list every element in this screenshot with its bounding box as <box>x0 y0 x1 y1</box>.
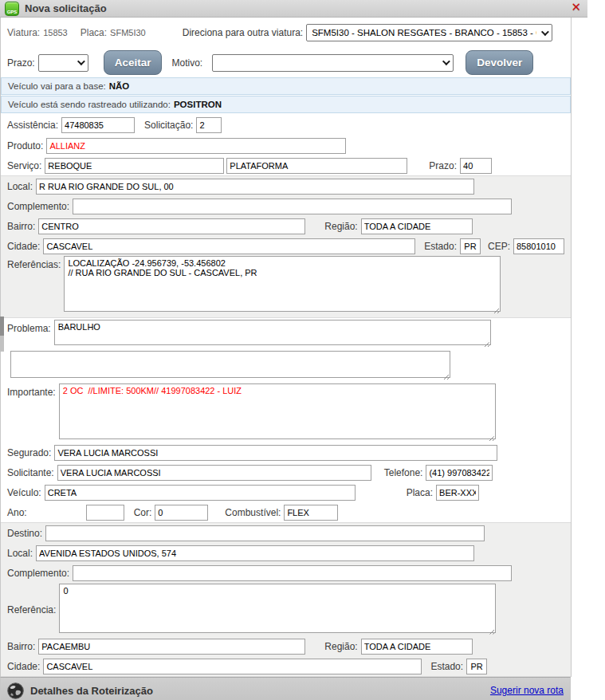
servico-input[interactable] <box>45 158 224 174</box>
destino-bairro-row: Bairro: Região: <box>1 636 571 656</box>
gps-icon: GPS <box>5 2 19 16</box>
base-status-value: NÃO <box>109 81 130 91</box>
viatura-label: Viatura: <box>7 27 40 38</box>
placa-label: Placa: <box>81 27 107 38</box>
dialog-body: Viatura: 15853 Placa: SFM5I30 Direciona … <box>0 18 587 677</box>
produto-row: Produto: <box>1 136 571 155</box>
ano-label: Ano: <box>7 507 27 518</box>
produto-input[interactable] <box>46 138 346 154</box>
aceitar-button[interactable]: Aceitar <box>104 50 163 75</box>
origem-section: Local: Complemento: Bairro: Região: Cida… <box>1 175 571 318</box>
origem-regiao-label: Região: <box>324 221 357 232</box>
prazo-input[interactable] <box>460 158 492 174</box>
origem-estado-input[interactable] <box>460 238 481 254</box>
chevron-down-icon <box>442 57 450 65</box>
servico-tipo-input[interactable] <box>226 158 407 174</box>
base-status-label: Veículo vai para a base: <box>8 81 106 91</box>
origem-complemento-input[interactable] <box>73 199 512 214</box>
origem-local-input[interactable] <box>36 179 474 195</box>
destino-cidade-label: Cidade: <box>7 661 40 672</box>
solicitante-input[interactable] <box>57 465 371 481</box>
direciona-viatura-select[interactable]: SFM5I30 - SHALON RESGATES - BRANCO - 158… <box>306 24 552 41</box>
destino-referencia-textarea[interactable]: 0 <box>59 584 496 633</box>
servico-row: Serviço: Prazo: <box>1 155 571 175</box>
telefone-input[interactable] <box>426 465 493 481</box>
origem-local-label: Local: <box>7 181 33 192</box>
assistencia-label: Assistência: <box>7 120 58 131</box>
origem-cidade-input[interactable] <box>43 238 415 254</box>
destino-cidade-row: Cidade: Estado: <box>1 656 571 676</box>
veiculo-placa-input[interactable] <box>436 485 479 501</box>
cor-label: Cor: <box>134 507 152 518</box>
origem-bairro-row: Bairro: Região: <box>1 216 571 236</box>
origem-cep-label: CEP: <box>488 241 510 252</box>
request-section: Assistência: Solicitação: Produto: Servi… <box>1 114 571 175</box>
importante-textarea[interactable]: 2 OC //LIMITE: 500KM// 41997083422 - LUI… <box>59 383 496 439</box>
destino-bairro-label: Bairro: <box>7 641 35 652</box>
origem-complemento-label: Complemento: <box>7 201 69 212</box>
origem-regiao-input[interactable] <box>361 218 473 234</box>
destino-cidade-input[interactable] <box>43 659 422 674</box>
motivo-label: Motivo: <box>171 57 202 69</box>
telefone-label: Telefone: <box>384 467 423 478</box>
origem-cep-input[interactable] <box>513 238 564 254</box>
ano-input[interactable] <box>86 505 124 521</box>
rastreio-status-label: Veículo está sendo rastreado utilizando: <box>8 100 171 109</box>
placa-value: SFM5I30 <box>110 28 146 37</box>
title-bar: GPS Nova solicitação ✕ <box>0 0 587 18</box>
destino-regiao-label: Região: <box>324 641 357 652</box>
importante-row: Importante: 2 OC //LIMITE: 500KM// 41997… <box>1 380 571 442</box>
observacao-row <box>1 348 571 380</box>
origem-bairro-input[interactable] <box>38 218 305 234</box>
destino-estado-input[interactable] <box>466 659 487 674</box>
origem-cidade-label: Cidade: <box>7 241 40 252</box>
dialog-title: Nova solicitação <box>25 2 107 14</box>
solicitacao-input[interactable] <box>196 117 222 133</box>
assistencia-row: Assistência: Solicitação: <box>1 114 571 136</box>
referencias-row: Referências: LOCALIZAÇÃO -24.956739, -53… <box>1 256 571 317</box>
destino-section: Destino: Local: Complemento: Referência:… <box>1 522 571 677</box>
segurado-label: Segurado: <box>7 447 51 458</box>
rastreio-status-bar: Veículo está sendo rastreado utilizando:… <box>1 96 571 113</box>
origem-estado-label: Estado: <box>424 241 457 252</box>
destino-bairro-input[interactable] <box>38 639 305 655</box>
footer-title: Detalhes da Roteirização <box>30 685 153 697</box>
produto-label: Produto: <box>7 140 43 151</box>
destino-estado-label: Estado: <box>430 661 463 672</box>
segurado-input[interactable] <box>54 445 497 461</box>
devolver-button[interactable]: Devolver <box>466 50 533 75</box>
atendimento-section: Problema: BARULHO Importante: 2 OC <box>1 318 571 522</box>
actions-row: Prazo: Aceitar Motivo: Devolver <box>1 48 571 77</box>
destino-input[interactable] <box>45 525 485 541</box>
destino-complemento-input[interactable] <box>73 565 512 581</box>
destino-local-input[interactable] <box>36 545 474 561</box>
servico-label: Serviço: <box>7 160 41 171</box>
solicitacao-label: Solicitação: <box>144 120 193 131</box>
sugerir-nova-rota-link[interactable]: Sugerir nova rota <box>490 685 564 696</box>
veiculo-label: Veículo: <box>7 487 41 498</box>
viatura-value: 15853 <box>43 28 68 37</box>
destino-referencia-row: Referência: 0 <box>1 583 571 636</box>
motivo-select[interactable] <box>212 54 454 72</box>
prazo-select[interactable] <box>38 54 88 72</box>
destino-local-row: Local: <box>1 543 571 563</box>
solicitante-label: Solicitante: <box>7 467 54 478</box>
veiculo-input[interactable] <box>45 485 356 501</box>
combustivel-input[interactable] <box>284 505 338 521</box>
destino-local-label: Local: <box>7 548 33 559</box>
destino-regiao-input[interactable] <box>361 639 473 655</box>
chevron-down-icon <box>77 57 85 65</box>
observacao-textarea[interactable] <box>10 351 450 378</box>
origem-complemento-row: Complemento: <box>1 196 571 216</box>
problema-label: Problema: <box>7 320 51 334</box>
origem-cidade-row: Cidade: Estado: CEP: <box>1 236 571 256</box>
globe-icon <box>7 682 24 699</box>
assistencia-input[interactable] <box>61 117 135 133</box>
close-icon[interactable]: ✕ <box>571 0 581 14</box>
cor-input[interactable] <box>155 505 208 521</box>
referencias-textarea[interactable]: LOCALIZAÇÃO -24.956739, -53.456802 // RU… <box>64 256 501 312</box>
ano-row: Ano: Cor: Combustível: <box>1 502 571 522</box>
problema-textarea[interactable]: BARULHO <box>54 320 491 345</box>
base-status-bar: Veículo vai para a base: NÃO <box>1 77 571 95</box>
solicitante-row: Solicitante: Telefone: <box>1 462 571 482</box>
